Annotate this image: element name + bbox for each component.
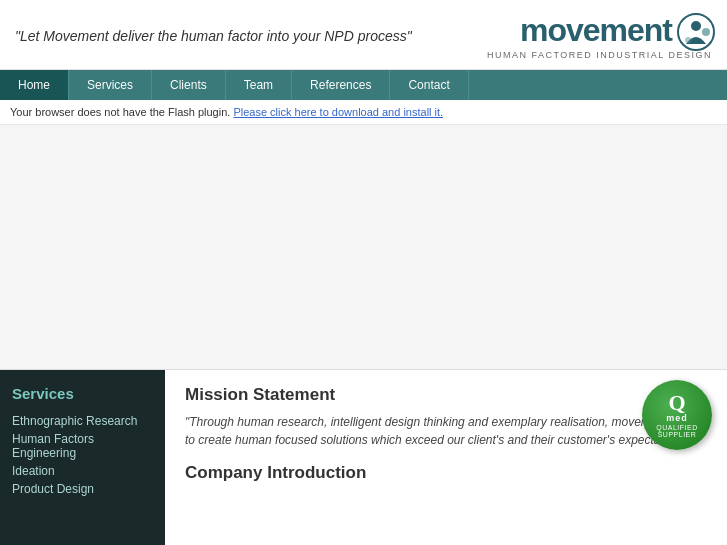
nav-references[interactable]: References bbox=[292, 70, 390, 100]
sidebar-title: Services bbox=[12, 385, 153, 402]
nav-team[interactable]: Team bbox=[226, 70, 292, 100]
flash-download-link[interactable]: Please click here to download and instal… bbox=[233, 106, 443, 118]
qmed-badge: Q med QUALIFIED Supplier bbox=[642, 380, 712, 450]
mission-text: "Through human research, intelligent des… bbox=[185, 413, 707, 449]
svg-point-3 bbox=[685, 37, 691, 43]
header: "Let Movement deliver the human factor i… bbox=[0, 0, 727, 70]
qmed-med-text: med bbox=[666, 414, 688, 424]
logo-subtitle: HUMAN FACTORED INDUSTRIAL DESIGN bbox=[487, 50, 712, 60]
nav-clients[interactable]: Clients bbox=[152, 70, 226, 100]
svg-point-1 bbox=[691, 21, 701, 31]
qmed-q-letter: Q bbox=[668, 392, 685, 414]
mission-title: Mission Statement bbox=[185, 385, 707, 405]
logo-text: movement bbox=[520, 14, 672, 46]
logo-row: movement bbox=[520, 12, 712, 48]
bottom-section: Services Ethnographic Research Human Fac… bbox=[0, 370, 727, 545]
flash-notice-text: Your browser does not have the Flash plu… bbox=[10, 106, 233, 118]
main-content: Q med QUALIFIED Supplier Mission Stateme… bbox=[165, 370, 727, 545]
svg-point-2 bbox=[702, 28, 710, 36]
company-intro-title: Company Introduction bbox=[185, 463, 707, 483]
header-tagline: "Let Movement deliver the human factor i… bbox=[15, 28, 412, 44]
flash-notice: Your browser does not have the Flash plu… bbox=[0, 100, 727, 125]
logo-icon bbox=[676, 12, 712, 48]
sidebar: Services Ethnographic Research Human Fac… bbox=[0, 370, 165, 545]
qmed-qualified-text: QUALIFIED bbox=[656, 424, 697, 431]
logo-area: movement HUMAN FACTORED INDUSTRIAL DESIG… bbox=[487, 12, 712, 60]
nav-services[interactable]: Services bbox=[69, 70, 152, 100]
qmed-supplier-text: Supplier bbox=[658, 431, 697, 438]
sidebar-item-ethnographic[interactable]: Ethnographic Research bbox=[12, 412, 153, 430]
nav-home[interactable]: Home bbox=[0, 70, 69, 100]
nav-contact[interactable]: Contact bbox=[390, 70, 468, 100]
sidebar-item-human-factors[interactable]: Human Factors Engineering bbox=[12, 430, 153, 462]
sidebar-item-ideation[interactable]: Ideation bbox=[12, 462, 153, 480]
qmed-circle: Q med QUALIFIED Supplier bbox=[642, 380, 712, 450]
sidebar-item-product-design[interactable]: Product Design bbox=[12, 480, 153, 498]
flash-content-area bbox=[0, 125, 727, 370]
navbar: Home Services Clients Team References Co… bbox=[0, 70, 727, 100]
